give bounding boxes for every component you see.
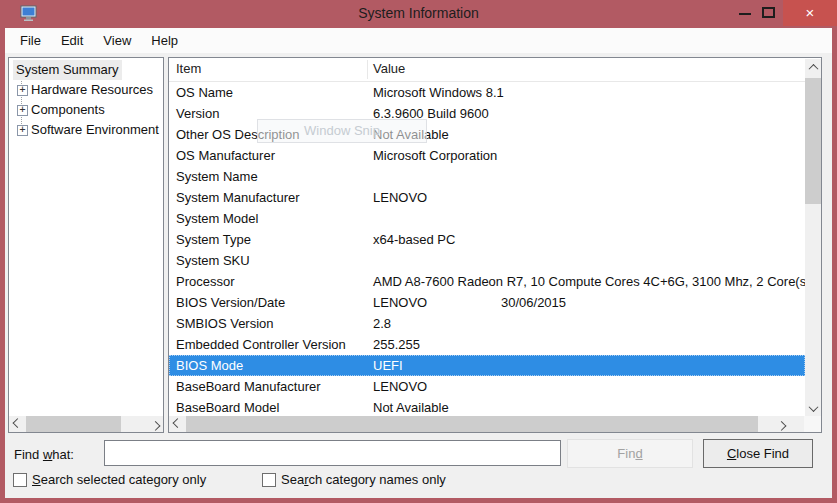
row-item-cell: Version	[176, 103, 219, 124]
row-value-cell: x64-based PC	[373, 229, 455, 250]
table-row[interactable]: OS NameMicrosoft Windows 8.1	[169, 82, 805, 103]
row-item-cell: System Type	[176, 229, 251, 250]
scroll-up-button[interactable]	[805, 59, 821, 75]
table-row[interactable]: ProcessorAMD A8-7600 Radeon R7, 10 Compu…	[169, 271, 805, 292]
search-selected-category-checkbox-row: Search selected category only	[13, 472, 206, 487]
menu-view[interactable]: View	[93, 33, 141, 48]
column-header-value[interactable]: Value	[373, 61, 405, 76]
search-selected-category-label: Search selected category only	[32, 472, 206, 487]
chevron-right-icon	[150, 420, 160, 430]
search-category-names-label: Search category names only	[281, 472, 446, 487]
tree-item-label: System Summary	[13, 60, 122, 80]
expand-plus-icon[interactable]: +	[17, 85, 28, 96]
scroll-down-button[interactable]	[805, 400, 821, 416]
row-value-cell: LENOVO	[373, 187, 427, 208]
row-item-cell: Processor	[176, 271, 235, 292]
tree-item-system-summary[interactable]: System Summary	[9, 60, 163, 80]
find-button[interactable]: Find	[567, 439, 693, 468]
menu-bar: FileEditViewHelp	[5, 28, 832, 53]
row-item-cell: BIOS Version/Date	[176, 292, 285, 313]
chevron-right-icon	[776, 420, 786, 430]
window-snip-ghost-tooltip: Window Snip	[257, 119, 427, 143]
scroll-right-button[interactable]	[147, 416, 163, 432]
row-value-cell: UEFI	[373, 355, 403, 376]
tree-horizontal-scrollbar[interactable]	[9, 416, 163, 432]
table-row[interactable]: System Name	[169, 166, 805, 187]
row-value-cell: LENOVO	[373, 376, 427, 397]
search-category-names-checkbox[interactable]	[262, 473, 276, 487]
tree-item-software-environment[interactable]: +Software Environment	[9, 120, 163, 140]
category-tree-pane: System Summary+Hardware Resources+Compon…	[8, 57, 164, 433]
title-bar: System Information ×	[0, 0, 837, 28]
search-selected-category-checkbox[interactable]	[13, 473, 27, 487]
table-row[interactable]: System SKU	[169, 250, 805, 271]
table-row[interactable]: OS ManufacturerMicrosoft Corporation	[169, 145, 805, 166]
row-value-cell: LENOVO	[373, 292, 427, 313]
search-category-names-checkbox-row: Search category names only	[262, 472, 446, 487]
tree-item-components[interactable]: +Components	[9, 100, 163, 120]
table-row[interactable]: BIOS ModeUEFI	[169, 355, 805, 376]
menu-help[interactable]: Help	[141, 33, 188, 48]
system-information-window: System Information × FileEditViewHelp Sy…	[0, 0, 837, 503]
row-item-cell: System Name	[176, 166, 258, 187]
chevron-up-icon	[808, 63, 818, 73]
expand-plus-icon[interactable]: +	[17, 125, 28, 136]
expand-plus-icon[interactable]: +	[17, 105, 28, 116]
scroll-right-button[interactable]	[773, 416, 789, 432]
table-row[interactable]: SMBIOS Version2.8	[169, 313, 805, 334]
row-value-cell: Microsoft Corporation	[373, 145, 497, 166]
list-scroll-thumb[interactable]	[186, 416, 758, 432]
row-item-cell: System Manufacturer	[176, 187, 300, 208]
row-value-cell: 255.255	[373, 334, 420, 355]
row-item-cell: OS Name	[176, 82, 233, 103]
row-item-cell: SMBIOS Version	[176, 313, 274, 334]
list-horizontal-scrollbar[interactable]	[169, 416, 806, 432]
chevron-left-icon	[12, 418, 22, 428]
chevron-left-icon	[172, 418, 182, 428]
table-row[interactable]: BIOS Version/DateLENOVO30/06/2015	[169, 292, 805, 313]
scroll-left-button[interactable]	[9, 416, 25, 432]
row-item-cell: OS Manufacturer	[176, 145, 275, 166]
row-value-cell: AMD A8-7600 Radeon R7, 10 Compute Cores …	[373, 271, 805, 292]
menu-edit[interactable]: Edit	[51, 33, 93, 48]
row-value2-cell: 30/06/2015	[501, 292, 566, 313]
table-row[interactable]: Embedded Controller Version255.255	[169, 334, 805, 355]
maximize-button[interactable]	[762, 7, 775, 18]
find-input[interactable]	[104, 440, 561, 466]
table-row[interactable]: System Model	[169, 208, 805, 229]
column-header-item[interactable]: Item	[176, 61, 201, 76]
tree-scroll-thumb[interactable]	[26, 416, 121, 432]
row-value-cell: Not Available	[373, 397, 449, 418]
minimize-button[interactable]	[739, 13, 751, 15]
row-value-cell: 2.8	[373, 313, 391, 334]
tree-item-hardware-resources[interactable]: +Hardware Resources	[9, 80, 163, 100]
row-item-cell: System Model	[176, 208, 258, 229]
menu-file[interactable]: File	[10, 33, 51, 48]
table-row[interactable]: BaseBoard ModelNot Available	[169, 397, 805, 418]
table-row[interactable]: System Typex64-based PC	[169, 229, 805, 250]
table-row[interactable]: System ManufacturerLENOVO	[169, 187, 805, 208]
window-title: System Information	[0, 5, 837, 21]
find-what-label: Find what:	[14, 447, 74, 462]
vertical-scroll-thumb[interactable]	[805, 78, 821, 204]
detail-list-pane: Item Value OS NameMicrosoft Windows 8.1V…	[168, 57, 822, 433]
row-item-cell: BIOS Mode	[176, 355, 243, 376]
row-value-cell: Microsoft Windows 8.1	[373, 82, 504, 103]
row-item-cell: Embedded Controller Version	[176, 334, 346, 355]
row-item-cell: BaseBoard Manufacturer	[176, 376, 321, 397]
column-separator[interactable]	[367, 60, 368, 79]
row-item-cell: System SKU	[176, 250, 250, 271]
vertical-scrollbar[interactable]	[805, 59, 821, 416]
tree-item-label: Software Environment	[31, 122, 159, 137]
close-button[interactable]: ×	[783, 0, 837, 26]
list-header: Item Value	[169, 58, 805, 82]
scroll-left-button[interactable]	[169, 416, 185, 432]
chevron-down-icon	[808, 402, 818, 412]
row-item-cell: BaseBoard Model	[176, 397, 279, 418]
scrollbar-corner	[804, 416, 821, 432]
table-row[interactable]: BaseBoard ManufacturerLENOVO	[169, 376, 805, 397]
tree-item-label: Components	[31, 102, 105, 117]
tree-item-label: Hardware Resources	[31, 82, 153, 97]
close-find-button[interactable]: Close Find	[703, 439, 813, 468]
